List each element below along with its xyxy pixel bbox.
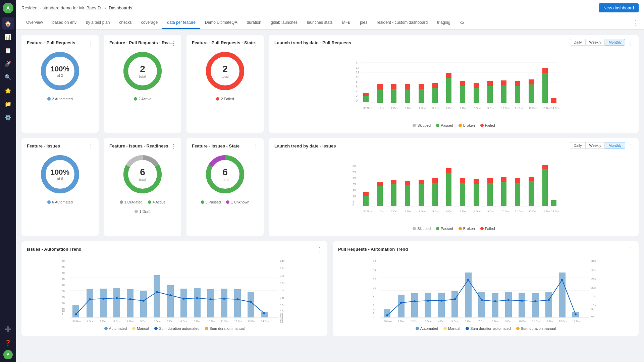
new-dashboard-button[interactable]: New dashboard (599, 3, 639, 12)
btn-daily-pr[interactable]: Daily (570, 39, 585, 46)
sidebar-icon-folder[interactable]: 📁 (2, 98, 14, 110)
svg-point-245 (454, 298, 456, 300)
svg-text:6: 6 (356, 85, 358, 88)
tab-demo-ultimateqa[interactable]: Demo UltimateQA (200, 17, 242, 29)
launch-trend-issues-menu[interactable]: ⋮ (628, 143, 634, 150)
svg-text:5s: 5s (591, 308, 594, 311)
legend-dot-sum-dur-manual-issues (205, 327, 208, 330)
svg-text:16s: 16s (280, 289, 284, 292)
legend-label-auto-issues: Automated (109, 326, 127, 330)
card-pr-state-menu[interactable]: ⋮ (253, 40, 259, 47)
svg-rect-34 (460, 86, 465, 103)
card-issues-state-menu[interactable]: ⋮ (253, 143, 259, 150)
svg-text:10: 10 (356, 75, 359, 79)
card-issues-readiness-menu[interactable]: ⋮ (170, 143, 176, 150)
legend-dot-issues-passed-chart (436, 227, 439, 230)
tab-by-a-test-plan[interactable]: by a test plan (81, 17, 114, 29)
svg-rect-232 (478, 292, 485, 317)
tab-duration[interactable]: duration (242, 17, 266, 29)
sidebar-icon-reports[interactable]: 📋 (2, 44, 14, 56)
tab-coverage[interactable]: coverage (137, 17, 162, 29)
issues-automation-trend-menu[interactable]: ⋮ (317, 246, 323, 253)
svg-text:20s: 20s (280, 274, 284, 277)
card-launch-trend-issues: Launch trend by date - Issues ⋮ Daily We… (269, 138, 639, 236)
svg-text:6 Dec: 6 Dec (446, 210, 453, 213)
svg-text:40: 40 (62, 284, 65, 287)
sidebar-icon-help[interactable]: ❓ (2, 337, 14, 349)
legend-issues-active: 4 Active (148, 200, 166, 204)
svg-text:6 Dec: 6 Dec (465, 320, 472, 323)
tab-launches-stats[interactable]: launches stats (302, 17, 337, 29)
tab-x5[interactable]: x5 (455, 17, 469, 29)
tab-checks[interactable]: checks (114, 17, 136, 29)
svg-rect-159 (72, 305, 79, 317)
svg-text:14 Dec: 14 Dec (572, 320, 581, 323)
tab-gitlab-launches[interactable]: gitlab launches (266, 17, 302, 29)
tab-data-per-feature[interactable]: data per feature (162, 17, 200, 29)
svg-rect-32 (446, 78, 451, 103)
svg-text:0: 0 (353, 203, 354, 207)
pr-automation-trend-menu[interactable]: ⋮ (628, 246, 634, 253)
card-pull-requests-menu[interactable]: ⋮ (88, 40, 94, 47)
user-avatar[interactable]: A (3, 350, 13, 359)
tab-triaging[interactable]: triaging (432, 17, 455, 29)
svg-text:2: 2 (373, 312, 375, 315)
launch-trend-pr-legend: Skipped Passed Broken Failed (274, 123, 633, 127)
launch-trend-issues-controls: Daily Weekly Monthly (570, 142, 625, 149)
svg-rect-101 (460, 178, 465, 183)
svg-text:0s: 0s (591, 315, 594, 318)
sidebar-icon-star[interactable]: ⭐ (2, 84, 14, 97)
svg-text:24s: 24s (280, 259, 284, 262)
btn-daily-issues[interactable]: Daily (570, 142, 585, 149)
legend-dot-sum-dur-manual-pr (516, 327, 520, 330)
svg-rect-100 (460, 183, 465, 206)
pr-trend-legend: Automated Manual Sum duration automated … (338, 326, 633, 330)
svg-text:0s: 0s (280, 320, 283, 323)
tab-resident-custom[interactable]: resident - custom dashboard (372, 17, 432, 29)
legend-issues-failed: Failed (480, 227, 495, 231)
svg-point-176 (102, 298, 104, 300)
tab-based-on-env[interactable]: based on env (48, 17, 81, 29)
btn-weekly-pr[interactable]: Weekly (586, 39, 605, 46)
svg-rect-228 (425, 293, 431, 317)
pr-state-total-label: total (222, 74, 229, 78)
legend-label-issues-failed: Failed (485, 227, 495, 231)
sidebar-icon-settings[interactable]: ⚙️ (2, 111, 14, 123)
svg-text:8 Dec: 8 Dec (474, 107, 481, 110)
svg-point-177 (116, 297, 118, 299)
sidebar-icon-launches[interactable]: 🚀 (2, 58, 14, 70)
row-3: Issues - Automation Trend ⋮ 60 55 50 45 … (21, 241, 639, 336)
issues-state-label: 6 total (222, 167, 229, 182)
card-issues-menu[interactable]: ⋮ (88, 143, 94, 150)
svg-text:12 Dec: 12 Dec (234, 320, 243, 323)
card-issues-title: Feature - Issues (27, 143, 93, 148)
btn-monthly-issues[interactable]: Monthly (605, 142, 625, 149)
svg-rect-95 (419, 180, 424, 184)
tab-mfb[interactable]: MFB (337, 17, 355, 29)
svg-rect-27 (405, 84, 410, 89)
sidebar-icon-add[interactable]: ➕ (2, 323, 14, 335)
pull-requests-percent: 100% (51, 65, 69, 73)
legend-dot-failed (216, 97, 219, 101)
btn-monthly-pr[interactable]: Monthly (605, 39, 625, 46)
launch-trend-pr-menu[interactable]: ⋮ (628, 40, 634, 47)
svg-text:30 Nov: 30 Nov (384, 320, 392, 323)
svg-rect-112 (542, 169, 548, 206)
legend-broken: Broken (459, 123, 475, 127)
legend-dot-issues-active (148, 200, 151, 204)
svg-text:13 Dec: 13 Dec (559, 320, 567, 323)
svg-text:1 Dec: 1 Dec (87, 320, 94, 323)
app-logo[interactable]: A (3, 3, 13, 13)
card-pr-readiness-menu[interactable]: ⋮ (170, 40, 176, 47)
sidebar-icon-home[interactable]: 🏠 (2, 17, 14, 29)
tab-pies[interactable]: pies (355, 17, 372, 29)
svg-rect-105 (487, 178, 493, 183)
sidebar-icon-dashboard[interactable]: 📊 (2, 31, 14, 43)
sidebar: A 🏠 📊 📋 🚀 🔍 ⭐ 📁 ⚙️ ➕ ❓ A (0, 0, 16, 362)
btn-weekly-issues[interactable]: Weekly (586, 142, 605, 149)
svg-point-251 (534, 300, 536, 302)
sidebar-icon-search[interactable]: 🔍 (2, 71, 14, 83)
pull-requests-of: of 2 (51, 73, 69, 77)
tab-overview[interactable]: Overview (21, 17, 48, 29)
nav-more-dots[interactable]: ⋮ (633, 19, 639, 26)
